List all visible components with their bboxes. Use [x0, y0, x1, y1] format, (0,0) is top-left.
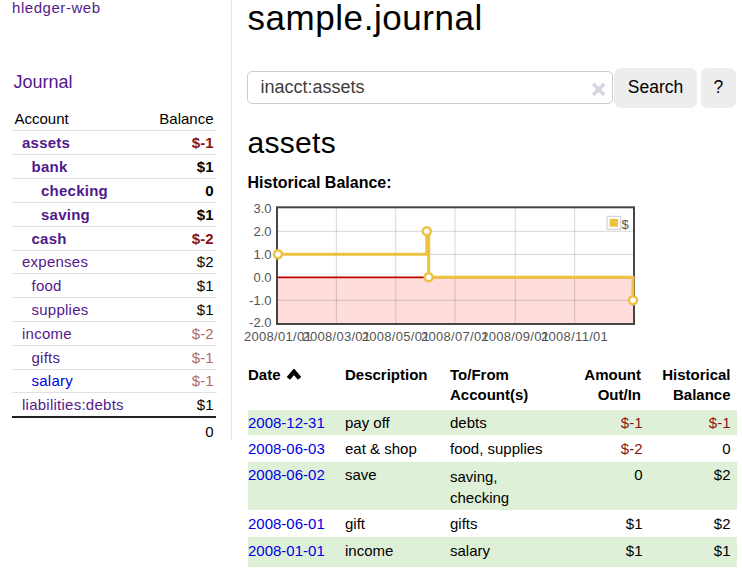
svg-text:1.0: 1.0: [253, 247, 271, 262]
svg-text:2008/11/01: 2008/11/01: [541, 329, 608, 344]
svg-text:$: $: [622, 217, 630, 232]
svg-text:-1.0: -1.0: [249, 293, 271, 308]
svg-text:2008/09/01: 2008/09/01: [481, 329, 549, 344]
svg-text:2.0: 2.0: [253, 224, 271, 239]
svg-text:2008/03/01: 2008/03/01: [302, 329, 370, 344]
svg-text:-2.0: -2.0: [249, 315, 271, 330]
svg-text:2008/05/01: 2008/05/01: [362, 329, 430, 344]
svg-text:0.0: 0.0: [253, 270, 271, 285]
svg-text:3.0: 3.0: [253, 201, 271, 216]
svg-text:2008/07/01: 2008/07/01: [421, 329, 489, 344]
